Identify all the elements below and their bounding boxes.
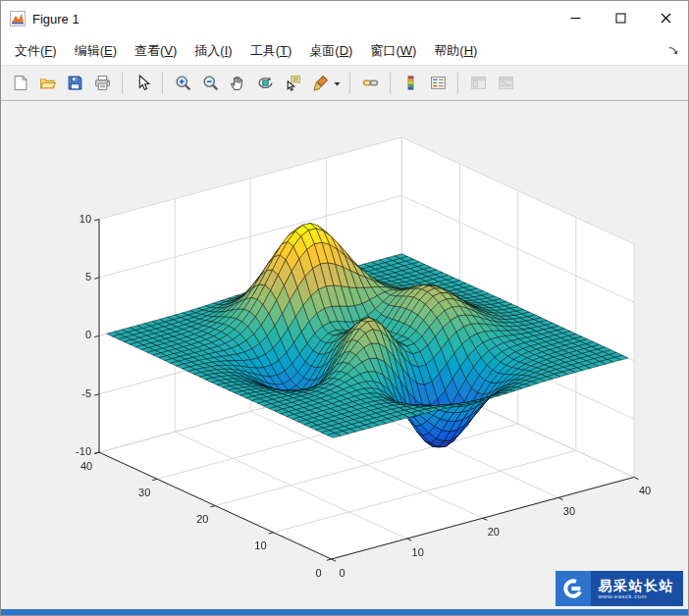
toolbar-separator <box>457 73 458 94</box>
save-figure-button[interactable] <box>62 71 87 96</box>
watermark-bottom-strip <box>1 609 688 615</box>
minimize-icon <box>570 12 581 26</box>
watermark-subtext: www.easck.com <box>599 593 675 600</box>
new-figure-button[interactable] <box>7 71 32 96</box>
hide-plot-tools-button <box>465 71 491 96</box>
easck-logo-icon <box>556 571 591 606</box>
watermark: 易采站长站 www.easck.com <box>556 571 684 606</box>
insert-colorbar-button[interactable] <box>398 71 423 96</box>
menu-file[interactable]: 文件(F) <box>6 38 66 64</box>
toolbar <box>1 65 688 101</box>
edit-plot-button[interactable] <box>130 71 155 96</box>
data-cursor-button[interactable] <box>280 71 305 96</box>
figure-area: 易采站长站 www.easck.com <box>1 101 688 609</box>
brush-data-dropdown-caret[interactable] <box>332 71 343 96</box>
pan-button[interactable] <box>225 71 250 96</box>
show-plot-tools-button <box>493 71 518 96</box>
brush-data-button[interactable] <box>307 71 333 96</box>
insert-legend-button[interactable] <box>425 71 450 96</box>
maximize-icon <box>615 12 626 26</box>
print-figure-button[interactable] <box>89 71 115 96</box>
zoom-out-button[interactable] <box>197 71 223 96</box>
menu-help[interactable]: 帮助(H) <box>425 38 486 64</box>
open-file-button[interactable] <box>34 71 60 96</box>
titlebar: Figure 1 <box>1 1 688 36</box>
menu-tools[interactable]: 工具(T) <box>241 38 301 64</box>
menu-window[interactable]: 窗口(W) <box>361 38 425 64</box>
zoom-in-button[interactable] <box>170 71 195 96</box>
menu-desktop[interactable]: 桌面(D) <box>300 38 361 64</box>
menu-edit[interactable]: 编辑(E) <box>66 38 126 64</box>
minimize-button[interactable] <box>553 1 598 36</box>
menu-view[interactable]: 查看(V) <box>126 38 186 64</box>
link-plot-button[interactable] <box>357 71 383 96</box>
rotate-3d-button[interactable] <box>252 71 278 96</box>
toolbar-separator <box>390 73 391 94</box>
close-icon <box>661 12 671 26</box>
toolbar-separator <box>162 73 163 94</box>
menu-insert[interactable]: 插入(I) <box>186 38 240 64</box>
watermark-text: 易采站长站 <box>599 578 675 593</box>
figure-window: Figure 1 文件(F)编辑(E)查看(V)插入(I)工具(T)桌面(D)窗… <box>0 0 689 616</box>
toolbar-separator <box>349 73 350 94</box>
watermark-panel: 易采站长站 www.easck.com <box>591 571 684 606</box>
menubar: 文件(F)编辑(E)查看(V)插入(I)工具(T)桌面(D)窗口(W)帮助(H) <box>1 36 688 65</box>
menu-overflow-icon[interactable] <box>667 45 679 57</box>
toolbar-separator <box>122 73 123 94</box>
window-controls <box>553 1 688 36</box>
window-title: Figure 1 <box>32 12 80 26</box>
matlab-figure-icon[interactable] <box>10 11 26 26</box>
maximize-button[interactable] <box>598 1 643 36</box>
figure-plot-canvas[interactable] <box>1 101 688 609</box>
close-button[interactable] <box>643 1 688 36</box>
